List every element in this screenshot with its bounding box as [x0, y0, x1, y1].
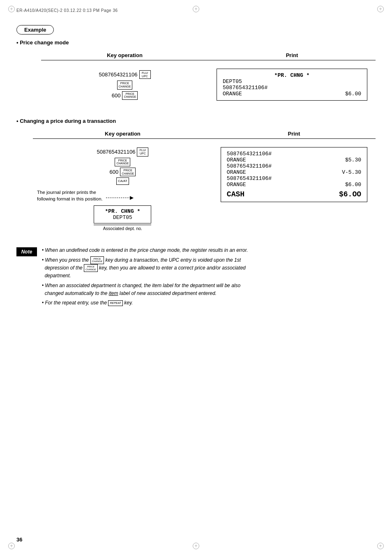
- page-number: 36: [16, 537, 22, 543]
- price-change-key-1a[interactable]: PRICECHANGE: [117, 81, 133, 89]
- flu-upc-key-2[interactable]: FLU/UPC: [137, 147, 148, 156]
- page: ER-A410/A420(SEC)-2 03.12.22 0:13 PM Pag…: [0, 0, 392, 555]
- key-number-1: 5087654321106: [99, 71, 138, 78]
- ca-at-key[interactable]: CA/AT: [116, 177, 129, 185]
- section1-heading: • Price change mode: [16, 39, 376, 46]
- journal-box-title: *PR. CHNG *: [98, 208, 147, 214]
- key-op-rows-2: 5087654321106 FLU/UPC PRICECHANGE 600 PR…: [33, 143, 212, 234]
- key-row2-1b: PRICECHANGE: [37, 158, 208, 166]
- journal-note-area: The journal printer prints thefollowing …: [37, 189, 208, 202]
- col-header-print-2: Print: [212, 131, 376, 139]
- r2-line4: ORANGE V-5.30: [227, 169, 361, 175]
- crosshair-bottom: [193, 543, 199, 549]
- crosshair-top-left: [8, 6, 15, 12]
- receipt-line-orange: ORANGE $6.00: [223, 91, 361, 97]
- r2-line3: 5087654321106#: [227, 163, 361, 169]
- key-row2-1: 5087654321106 FLU/UPC: [37, 147, 208, 156]
- note-price-change-key-1[interactable]: PRICECHANGE: [90, 256, 104, 264]
- receipt-box-1: *PR. CHNG * DEPT05 5087654321106# ORANGE…: [217, 69, 367, 101]
- note-item-1: • When an undefined code is entered in t…: [42, 246, 248, 254]
- crosshair-top: [193, 6, 199, 12]
- crosshair-top-right: [377, 6, 384, 12]
- col-key-1: Key operation 5087654321106 FLU/UPC PRIC…: [41, 52, 208, 106]
- receipt-box-2: 5087654321106# ORANGE $5.30 508765432110…: [221, 147, 367, 202]
- key-number2-1: 5087654321106: [97, 149, 135, 155]
- example-tab-label: Example: [24, 27, 46, 33]
- note-section: Note • When an undefined code is entered…: [16, 246, 376, 309]
- key-row2-3: CA/AT: [37, 177, 208, 185]
- note-content: • When an undefined code is entered in t…: [42, 246, 248, 309]
- price-change-key-2b[interactable]: PRICECHANGE: [120, 168, 136, 176]
- section2: • Changing a price during a transaction …: [16, 118, 376, 234]
- key-number2-2: 600: [110, 169, 119, 175]
- receipt-line-title: *PR. CHNG *: [223, 72, 361, 78]
- journal-area: *PR. CHNG * DEPT05 Associated dept. no.: [37, 205, 208, 231]
- col-print-1: Print *PR. CHNG * DEPT05 5087654321106# …: [208, 52, 376, 106]
- note-item-4: • For the repeat entry, use the REPEAT k…: [42, 299, 248, 307]
- section2-demo-table: Key operation 5087654321106 FLU/UPC PRIC…: [33, 131, 376, 234]
- price-change-key-2a[interactable]: PRICECHANGE: [115, 158, 130, 166]
- dashed-line: [106, 198, 131, 198]
- r2-line6: ORANGE $6.00: [227, 182, 361, 188]
- journal-note-text: The journal printer prints thefollowing …: [37, 189, 103, 202]
- key-number-2: 600: [112, 92, 121, 99]
- section1-demo-table: Key operation 5087654321106 FLU/UPC PRIC…: [41, 52, 376, 106]
- journal-box: *PR. CHNG * DEPT05: [94, 205, 151, 223]
- note-price-change-key-2[interactable]: PRICECHANGE: [84, 264, 98, 272]
- key-row-1: 5087654321106 FLU/UPC: [49, 70, 200, 79]
- col-header-key-2: Key operation: [33, 131, 212, 139]
- note-label: Note: [16, 247, 37, 256]
- dashed-arrow: ▶: [106, 195, 134, 200]
- receipt-line-dept: DEPT05: [223, 78, 361, 85]
- receipt-line-barcode: 5087654321106#: [223, 85, 361, 91]
- flu-upc-key[interactable]: FLU/UPC: [139, 70, 151, 79]
- price-change-key-1b[interactable]: PRICECHANGE: [122, 91, 138, 100]
- note-item-3: • When an associated department is chang…: [42, 282, 248, 297]
- print-area-1: *PR. CHNG * DEPT05 5087654321106# ORANGE…: [208, 64, 376, 105]
- arrow-right: ▶: [130, 195, 134, 200]
- journal-dept-note: Associated dept. no.: [94, 225, 151, 231]
- col-header-key-1: Key operation: [41, 52, 208, 60]
- print-area-2: 5087654321106# ORANGE $5.30 508765432110…: [212, 143, 376, 206]
- r2-line1: 5087654321106#: [227, 151, 361, 157]
- key-row2-2: 600 PRICECHANGE: [37, 168, 208, 176]
- r2-line2: ORANGE $5.30: [227, 157, 361, 163]
- section2-heading: • Changing a price during a transaction: [16, 118, 376, 124]
- key-row-1b: PRICECHANGE: [49, 81, 200, 89]
- note-item-2: • When you press the PRICECHANGE key dur…: [42, 256, 248, 280]
- crosshair-bottom-right: [377, 543, 384, 549]
- example-tab: Example: [16, 25, 54, 35]
- key-row-2: 600 PRICECHANGE: [49, 91, 200, 100]
- header-text: ER-A410/A420(SEC)-2 03.12.22 0:13 PM Pag…: [16, 8, 118, 13]
- col-key-2: Key operation 5087654321106 FLU/UPC PRIC…: [33, 131, 212, 234]
- key-op-area-1: 5087654321106 FLU/UPC PRICECHANGE 600 PR…: [41, 64, 208, 106]
- journal-box-dept: DEPT05: [98, 214, 147, 221]
- r2-line-cash: CASH $6.OO: [227, 190, 361, 198]
- col-print-2: Print 5087654321106# ORANGE $5.30 508765…: [212, 131, 376, 234]
- crosshair-bottom-left: [8, 543, 15, 549]
- r2-line5: 5087654321106#: [227, 175, 361, 182]
- note-repeat-key[interactable]: REPEAT: [108, 300, 123, 306]
- col-header-print-1: Print: [208, 52, 376, 60]
